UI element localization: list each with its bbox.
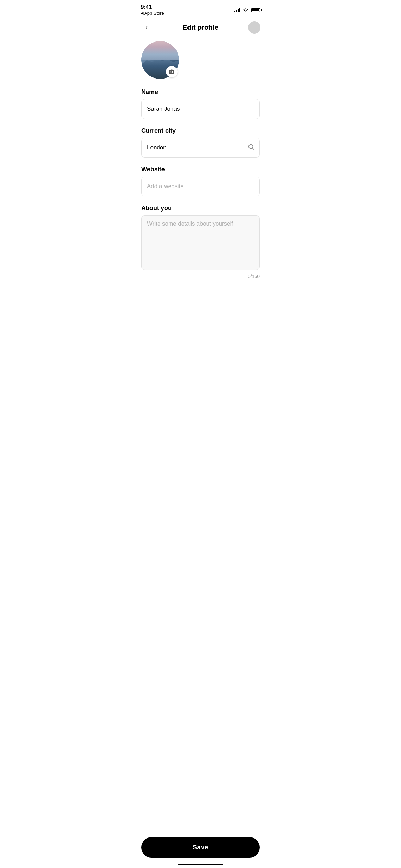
wifi-icon [243, 8, 249, 12]
status-right [234, 8, 260, 12]
camera-icon [169, 69, 175, 74]
status-bar: 9:41 ◀ App Store [134, 0, 267, 17]
name-label: Name [141, 88, 260, 96]
char-count: 0/160 [141, 274, 260, 279]
page-title: Edit profile [183, 24, 218, 32]
city-label: Current city [141, 127, 260, 134]
city-input-wrapper [141, 138, 260, 158]
status-appstore: ◀ App Store [141, 11, 164, 16]
battery-icon [251, 8, 260, 12]
edit-profile-content: Name Current city Website About you 0/16… [134, 38, 267, 328]
back-chevron-icon: ‹ [145, 24, 148, 31]
city-field-group: Current city [141, 127, 260, 158]
status-time: 9:41 [141, 4, 164, 11]
about-field-group: About you 0/160 [141, 205, 260, 279]
nav-bar: ‹ Edit profile [134, 17, 267, 38]
change-avatar-button[interactable] [166, 66, 178, 77]
about-textarea[interactable] [141, 215, 260, 270]
nav-action-button[interactable] [248, 21, 260, 34]
name-input[interactable] [141, 99, 260, 119]
city-input[interactable] [141, 138, 260, 158]
website-label: Website [141, 166, 260, 173]
name-field-group: Name [141, 88, 260, 119]
website-input[interactable] [141, 177, 260, 196]
status-left: 9:41 ◀ App Store [141, 4, 164, 16]
signal-bars-icon [234, 8, 240, 12]
back-button[interactable]: ‹ [141, 21, 153, 34]
back-arrow-icon: ◀ [141, 11, 143, 15]
avatar-section [141, 41, 179, 79]
website-field-group: Website [141, 166, 260, 196]
about-label: About you [141, 205, 260, 212]
